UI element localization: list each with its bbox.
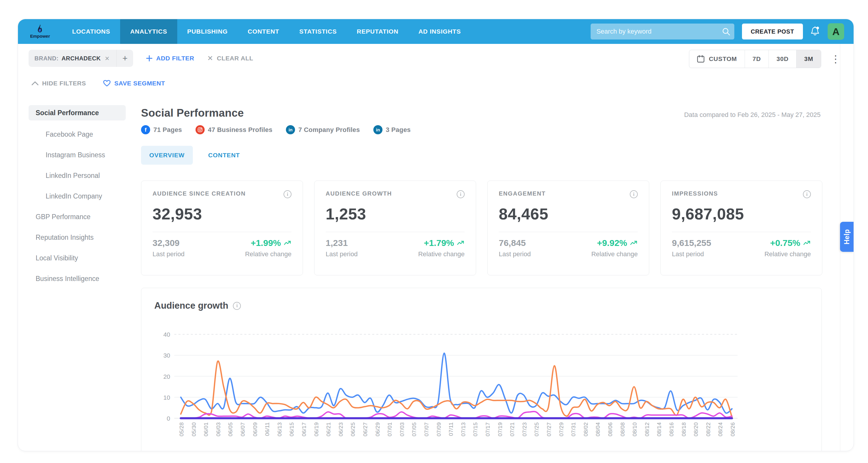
- heart-icon: [103, 80, 111, 87]
- search-input[interactable]: [591, 24, 734, 39]
- svg-text:07/05: 07/05: [411, 422, 417, 436]
- nav-item-locations[interactable]: LOCATIONS: [62, 19, 120, 44]
- help-label: Help: [843, 229, 851, 244]
- nav-item-content[interactable]: CONTENT: [238, 19, 289, 44]
- svg-text:0: 0: [167, 415, 170, 422]
- info-icon[interactable]: i: [803, 190, 811, 198]
- svg-text:07/01: 07/01: [386, 422, 393, 436]
- info-icon[interactable]: i: [283, 190, 291, 198]
- svg-text:06/03: 06/03: [215, 422, 221, 436]
- metric-card-audience-growth: AUDIENCE GROWTH i 1,253 1,231 Last perio…: [314, 181, 476, 275]
- relative-change-value: +9.92%: [597, 238, 627, 248]
- add-filter-value-button[interactable]: +: [117, 50, 133, 67]
- audience-growth-chart-card: Audience growth i 01020304005/2805/3006/…: [141, 288, 822, 451]
- metric-card-audience-since-creation: AUDIENCE SINCE CREATION i 32,953 32,309 …: [141, 181, 303, 275]
- metric-label: AUDIENCE SINCE CREATION: [153, 190, 246, 197]
- nav-item-reputation[interactable]: REPUTATION: [347, 19, 408, 44]
- linkedin-icon: in: [373, 125, 382, 134]
- tab-overview[interactable]: OVERVIEW: [141, 146, 193, 165]
- svg-text:08/24: 08/24: [717, 422, 723, 436]
- svg-text:30: 30: [163, 352, 170, 359]
- nav-item-ad-insights[interactable]: AD INSIGHTS: [408, 19, 471, 44]
- user-avatar[interactable]: A: [828, 23, 844, 40]
- nav-item-analytics[interactable]: ANALYTICS: [120, 19, 177, 44]
- svg-text:10: 10: [163, 394, 170, 401]
- nav-item-publishing[interactable]: PUBLISHING: [177, 19, 238, 44]
- content-tabs: OVERVIEW CONTENT: [141, 146, 248, 165]
- metric-cards-row: AUDIENCE SINCE CREATION i 32,953 32,309 …: [141, 181, 823, 275]
- top-navigation-bar: Empower LOCATIONS ANALYTICS PUBLISHING C…: [18, 19, 854, 44]
- more-options-kebab-icon[interactable]: ⋮: [831, 51, 841, 67]
- svg-text:08/26: 08/26: [730, 422, 736, 436]
- sidebar-item-local-visibility[interactable]: Local Visibility: [29, 248, 126, 268]
- chevron-up-icon: [31, 81, 38, 85]
- search-icon[interactable]: [722, 27, 730, 36]
- brand-logo[interactable]: Empower: [18, 19, 62, 44]
- info-icon[interactable]: i: [630, 190, 638, 198]
- linkedin-company-badge: in 7 Company Profiles: [286, 125, 360, 134]
- linkedin-icon: in: [286, 125, 295, 134]
- filter-bar: BRAND: ARCHADECK × + ADD FILTER ✕ CLEAR …: [29, 50, 253, 67]
- info-icon[interactable]: i: [233, 302, 241, 310]
- facebook-icon: f: [141, 125, 150, 134]
- chart-title: Audience growth: [154, 301, 228, 311]
- sidebar-item-reputation-insights[interactable]: Reputation Insights: [29, 227, 126, 248]
- last-period-value: 1,231: [326, 238, 358, 248]
- svg-text:06/01: 06/01: [203, 422, 209, 436]
- svg-text:07/23: 07/23: [522, 422, 528, 436]
- svg-text:06/27: 06/27: [362, 422, 368, 436]
- clear-all-button[interactable]: ✕ CLEAR ALL: [207, 54, 253, 62]
- empower-flame-icon: [36, 25, 44, 33]
- sidebar-item-linkedin-personal[interactable]: LinkedIn Personal: [29, 165, 126, 186]
- custom-range-button[interactable]: CUSTOM: [689, 50, 744, 68]
- instagram-profiles-badge: 47 Business Profiles: [195, 125, 272, 134]
- filter-secondary-row: HIDE FILTERS SAVE SEGMENT: [31, 80, 165, 87]
- remove-filter-icon[interactable]: ×: [104, 55, 111, 62]
- profile-count-badges: f 71 Pages 47 Business Profiles in 7 Com…: [141, 125, 411, 134]
- clear-all-x-icon: ✕: [207, 54, 214, 62]
- relative-change-label: Relative change: [245, 250, 291, 258]
- sidebar-item-social-performance[interactable]: Social Performance: [29, 105, 126, 120]
- range-3m-button[interactable]: 3M: [796, 50, 821, 68]
- last-period-label: Last period: [672, 250, 711, 258]
- svg-text:07/11: 07/11: [448, 422, 454, 436]
- comparison-period-text: Data compared to Feb 26, 2025 - May 27, …: [684, 111, 820, 119]
- nav-item-statistics[interactable]: STATISTICS: [289, 19, 346, 44]
- audience-growth-line-chart: 01020304005/2805/3006/0106/0306/0506/070…: [147, 323, 771, 451]
- sidebar-item-linkedin-company[interactable]: LinkedIn Company: [29, 186, 126, 207]
- brand-filter-chip-body[interactable]: BRAND: ARCHADECK ×: [29, 55, 116, 62]
- hide-filters-button[interactable]: HIDE FILTERS: [31, 80, 86, 87]
- trend-up-icon: [284, 240, 291, 246]
- svg-text:07/19: 07/19: [497, 422, 503, 436]
- notifications-bell[interactable]: [810, 26, 820, 37]
- relative-change-label: Relative change: [591, 250, 638, 258]
- sidebar-item-business-intelligence[interactable]: Business Intelligence: [29, 268, 126, 289]
- sidebar-item-gbp-performance[interactable]: GBP Performance: [29, 207, 126, 227]
- svg-text:08/08: 08/08: [620, 422, 626, 436]
- tab-content[interactable]: CONTENT: [200, 146, 248, 165]
- range-30d-button[interactable]: 30D: [769, 50, 796, 68]
- svg-text:06/17: 06/17: [301, 422, 307, 436]
- metric-label: AUDIENCE GROWTH: [326, 190, 392, 197]
- add-filter-button[interactable]: ADD FILTER: [146, 55, 194, 62]
- relative-change-label: Relative change: [418, 250, 465, 258]
- save-segment-button[interactable]: SAVE SEGMENT: [103, 80, 165, 87]
- relative-change-value: +1.79%: [424, 238, 454, 248]
- card-divider: [672, 232, 811, 232]
- svg-text:08/14: 08/14: [656, 422, 662, 436]
- create-post-button[interactable]: CREATE POST: [742, 24, 803, 39]
- filter-value-label: ARCHADECK: [62, 55, 101, 62]
- save-segment-label: SAVE SEGMENT: [114, 80, 165, 87]
- info-icon[interactable]: i: [457, 190, 465, 198]
- relative-change-value: +0.75%: [770, 238, 800, 248]
- keyword-search: [591, 24, 734, 39]
- sidebar-item-facebook-page[interactable]: Facebook Page: [29, 124, 126, 145]
- linkedin-pages-count: 3 Pages: [386, 126, 411, 134]
- series-blue: [181, 353, 732, 413]
- range-7d-button[interactable]: 7D: [745, 50, 769, 68]
- help-tab[interactable]: Help: [840, 222, 854, 252]
- date-range-selector: CUSTOM 7D 30D 3M: [689, 50, 821, 68]
- relative-change-label: Relative change: [764, 250, 811, 258]
- trend-up-icon: [457, 240, 465, 246]
- sidebar-item-instagram-business[interactable]: Instagram Business: [29, 145, 126, 165]
